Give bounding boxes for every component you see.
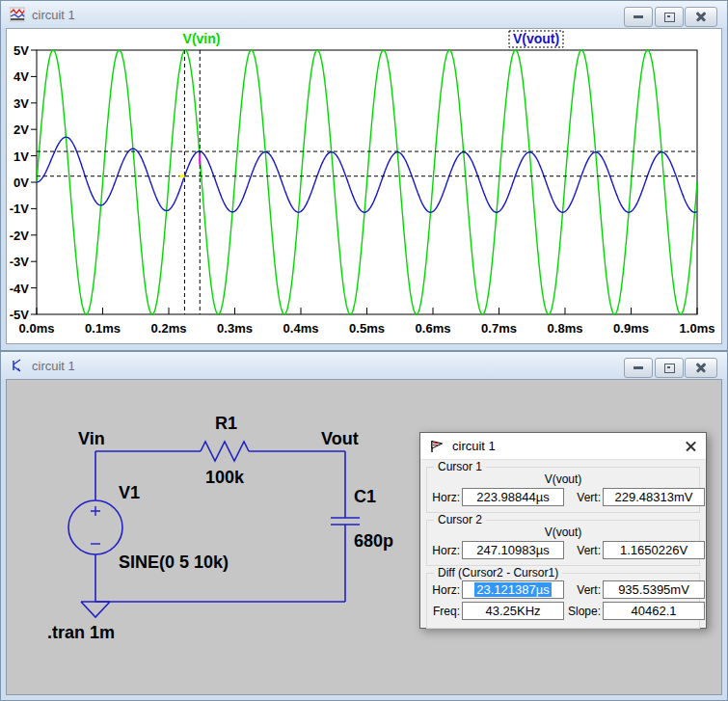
- waveform-window: circuit 1 5V4V3V2V1V0V-1V-2V-3V-4V-5V0.0…: [0, 0, 728, 351]
- x-tick-label: 0.5ms: [349, 321, 385, 336]
- schematic-window-titlebar[interactable]: circuit 1: [1, 352, 727, 379]
- cursor2-horz-label: Horz:: [429, 544, 460, 557]
- cursor2-vert-label: Vert:: [564, 544, 601, 557]
- cursor1-vert-label: Vert:: [564, 491, 601, 504]
- cursor1-vert-value[interactable]: 229.48313mV: [603, 488, 705, 506]
- restore-icon: [664, 364, 675, 373]
- ground-symbol[interactable]: [81, 602, 110, 617]
- x-tick-label: 0.4ms: [283, 321, 319, 336]
- minimize-button[interactable]: [624, 358, 653, 378]
- y-tick-label: 2V: [13, 122, 29, 137]
- diff-vert-value[interactable]: 935.5395mV: [603, 580, 705, 599]
- diff-group-label: Diff (Cursor2 - Cursor1): [434, 566, 562, 580]
- restore-icon: [664, 13, 675, 22]
- cursor2-vert-value[interactable]: 1.1650226V: [603, 541, 705, 559]
- minimize-button[interactable]: [624, 7, 653, 27]
- ltspice-logo-icon: [429, 439, 445, 454]
- component-label-c1[interactable]: C1: [354, 487, 376, 506]
- diff-vert-label: Vert:: [564, 583, 601, 597]
- x-tick-label: 0.3ms: [217, 321, 253, 336]
- cursor-dialog-title: circuit 1: [452, 439, 496, 453]
- restore-button[interactable]: [655, 358, 684, 378]
- schematic-window-title: circuit 1: [32, 359, 75, 373]
- component-label-v1[interactable]: V1: [119, 483, 140, 502]
- freq-value[interactable]: 43.25KHz: [462, 602, 564, 620]
- cursor2-group: Cursor 2 V(vout) Horz: 247.10983µs Vert:…: [426, 520, 700, 566]
- y-tick-label: -3V: [10, 255, 30, 269]
- y-tick-label: -1V: [10, 202, 30, 216]
- cursor2-signal: V(vout): [427, 526, 699, 538]
- schematic-window-icon: [10, 358, 25, 373]
- cursor1-group: Cursor 1 V(vout) Horz: 223.98844µs Vert:…: [426, 467, 700, 513]
- x-tick-label: 0.7ms: [481, 321, 517, 336]
- cursor1-horz-value[interactable]: 223.98844µs: [462, 488, 564, 506]
- close-button[interactable]: [685, 7, 717, 27]
- cursor1-horz-label: Horz:: [429, 491, 460, 504]
- value-label-100k[interactable]: 100k: [205, 468, 245, 487]
- spice-directive[interactable]: .tran 1m: [47, 623, 115, 642]
- diff-horz-label: Horz:: [429, 583, 460, 597]
- cursor1-group-label: Cursor 1: [434, 460, 486, 473]
- y-tick-label: 0V: [13, 175, 29, 190]
- waveform-window-titlebar[interactable]: circuit 1: [1, 1, 727, 28]
- y-tick-label: -2V: [10, 229, 30, 243]
- value-label-680p[interactable]: 680p: [354, 531, 393, 551]
- y-tick-label: 5V: [13, 43, 29, 58]
- cursor1-signal: V(vout): [427, 472, 699, 485]
- x-tick-label: 0.9ms: [613, 321, 649, 336]
- x-tick-label: 0.8ms: [548, 321, 583, 336]
- legend-vvout[interactable]: V(vout): [513, 31, 559, 46]
- y-tick-label: 1V: [13, 149, 29, 164]
- y-tick-label: 4V: [13, 69, 29, 84]
- waveform-plot-area[interactable]: 5V4V3V2V1V0V-1V-2V-3V-4V-5V0.0ms0.1ms0.2…: [6, 28, 722, 344]
- close-icon: [695, 363, 707, 373]
- y-tick-label: -5V: [10, 308, 30, 322]
- close-button[interactable]: [685, 358, 717, 378]
- restore-button[interactable]: [655, 7, 684, 27]
- cursor-dialog-titlebar[interactable]: circuit 1: [420, 433, 706, 460]
- cursor2-group-label: Cursor 2: [434, 513, 486, 526]
- waveform-plot[interactable]: 5V4V3V2V1V0V-1V-2V-3V-4V-5V0.0ms0.1ms0.2…: [7, 29, 723, 345]
- x-tick-label: 0.1ms: [85, 321, 121, 336]
- legend-vvin[interactable]: V(vin): [183, 31, 221, 46]
- waveform-window-title: circuit 1: [32, 8, 75, 22]
- diff-horz-value[interactable]: 23.121387µs: [462, 580, 564, 599]
- value-label-sine[interactable]: SINE(0 5 10k): [119, 553, 229, 572]
- diff-group: Diff (Cursor2 - Cursor1) Horz: 23.121387…: [426, 573, 700, 629]
- slope-label: Slope:: [564, 605, 601, 618]
- node-label-vout[interactable]: Vout: [321, 429, 359, 448]
- v1-plus-sign: [91, 506, 100, 516]
- cursor-dialog: circuit 1 Cursor 1 V(vout) Horz: 223.988…: [419, 432, 707, 629]
- capacitor-c1[interactable]: [331, 518, 360, 525]
- y-tick-label: 3V: [13, 96, 29, 111]
- waveform-window-icon: [10, 7, 25, 22]
- close-icon: [695, 12, 707, 22]
- slope-value[interactable]: 40462.1: [603, 602, 705, 620]
- resistor-r1[interactable]: [201, 442, 249, 461]
- minimize-icon: [634, 15, 643, 18]
- freq-label: Freq:: [429, 605, 460, 618]
- component-label-r1[interactable]: R1: [215, 414, 237, 433]
- x-tick-label: 0.6ms: [416, 321, 451, 336]
- trace-vvin[interactable]: [37, 50, 697, 314]
- x-tick-label: 1.0ms: [680, 321, 715, 336]
- x-tick-label: 0.0ms: [19, 321, 55, 336]
- dialog-close-icon[interactable]: [685, 440, 697, 452]
- cursor2-horz-value[interactable]: 247.10983µs: [462, 541, 564, 559]
- node-label-vin[interactable]: Vin: [78, 429, 105, 448]
- x-tick-label: 0.2ms: [151, 321, 187, 336]
- y-tick-label: -4V: [10, 282, 30, 296]
- minimize-icon: [634, 366, 643, 369]
